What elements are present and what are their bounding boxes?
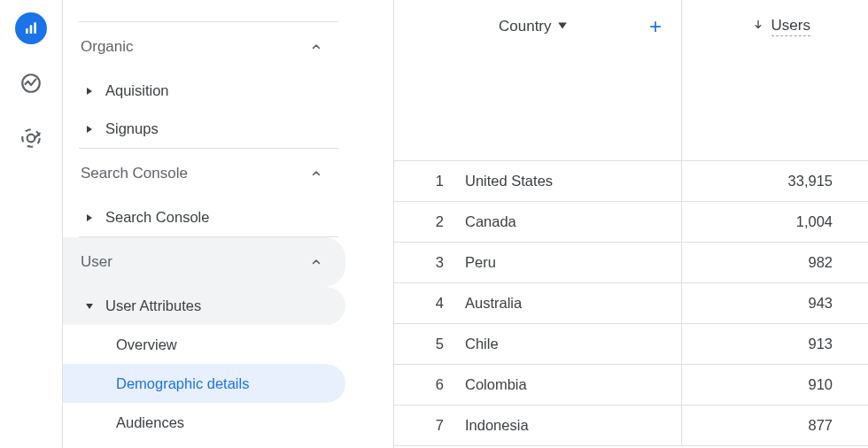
sidebar-subitem-label: Demographic details <box>116 375 249 392</box>
table-row[interactable]: 1United States33,915 <box>394 161 868 202</box>
header-spacer <box>394 53 868 161</box>
content-gap <box>345 0 394 448</box>
row-country: Chile <box>465 324 682 364</box>
row-country: Peru <box>465 243 682 282</box>
table-row[interactable]: 2Canada1,004 <box>394 202 868 243</box>
sidebar-group-user[interactable]: User <box>63 237 345 287</box>
row-users: 982 <box>682 254 868 271</box>
dimension-column-header: Country + <box>394 0 682 53</box>
main-content: Country + Users 1United States33,9152Can… <box>394 0 868 448</box>
sidebar-group-label: Search Console <box>81 165 188 182</box>
sidebar-item-label: Search Console <box>105 209 209 226</box>
nav-rail <box>0 0 62 448</box>
sidebar-subitem-audiences[interactable]: Audiences <box>63 403 345 442</box>
triangle-right-icon <box>82 87 97 96</box>
svg-point-4 <box>27 135 35 143</box>
svg-point-5 <box>22 129 40 147</box>
sidebar-item-signups[interactable]: Signups <box>63 110 345 148</box>
row-country: Indonesia <box>465 406 682 445</box>
sidebar-subitem-demographic-details[interactable]: Demographic details <box>63 364 345 403</box>
table-row[interactable]: 3Peru982 <box>394 243 868 283</box>
table-row[interactable]: 4Australia943 <box>394 283 868 324</box>
svg-rect-1 <box>29 25 32 34</box>
sidebar-item-label: Aquisition <box>105 82 169 99</box>
sidebar-group-organic[interactable]: Organic <box>63 22 345 72</box>
table-row[interactable]: 5Chile913 <box>394 324 868 365</box>
table-row[interactable]: 6Colombia910 <box>394 365 868 406</box>
row-index: 6 <box>394 376 465 393</box>
add-dimension-button[interactable]: + <box>649 16 662 37</box>
sidebar-item-acquisition[interactable]: Aquisition <box>63 72 345 110</box>
sort-down-icon <box>752 19 764 35</box>
row-users: 33,915 <box>682 173 868 189</box>
chevron-up-icon <box>308 254 324 270</box>
chevron-up-icon <box>308 39 324 55</box>
chevron-up-icon <box>308 166 324 182</box>
row-index: 1 <box>394 173 465 189</box>
table-body: 1United States33,9152Canada1,0043Peru982… <box>394 161 868 446</box>
sidebar-item-search-console[interactable]: Search Console <box>63 198 345 236</box>
sidebar: Organic Aquisition Signups Search Consol… <box>62 0 345 448</box>
sidebar-group-search-console[interactable]: Search Console <box>63 149 345 198</box>
metric-column-header[interactable]: Users <box>682 17 868 36</box>
sidebar-item-label: Signups <box>105 120 159 137</box>
dimension-label: Country <box>499 18 552 35</box>
row-country: Australia <box>465 283 682 323</box>
triangle-right-icon <box>82 125 97 134</box>
sidebar-subitem-label: Overview <box>116 336 177 353</box>
row-users: 910 <box>682 376 868 393</box>
sidebar-subitem-label: Audiences <box>116 414 184 431</box>
sidebar-subitem-overview[interactable]: Overview <box>63 325 345 364</box>
row-index: 2 <box>394 213 465 230</box>
dimension-picker[interactable]: Country <box>499 18 568 35</box>
sidebar-group-label: Organic <box>81 38 134 56</box>
row-country: Canada <box>465 202 682 242</box>
table-header: Country + Users <box>394 0 868 53</box>
sidebar-item-label: User Attributes <box>105 297 201 314</box>
svg-rect-0 <box>26 28 28 34</box>
row-users: 1,004 <box>682 213 868 230</box>
row-index: 5 <box>394 336 465 352</box>
row-index: 3 <box>394 254 465 271</box>
row-country: United States <box>465 161 682 201</box>
svg-rect-2 <box>34 22 36 34</box>
row-users: 913 <box>682 336 868 352</box>
explore-icon[interactable] <box>15 122 47 154</box>
row-index: 4 <box>394 295 465 312</box>
realtime-icon[interactable] <box>15 67 47 99</box>
triangle-right-icon <box>82 213 97 222</box>
reports-icon[interactable] <box>15 12 47 44</box>
row-index: 7 <box>394 417 465 434</box>
metric-label: Users <box>771 17 810 36</box>
sidebar-item-user-attributes[interactable]: User Attributes <box>63 287 345 325</box>
triangle-down-icon <box>82 302 97 311</box>
row-users: 877 <box>682 417 868 434</box>
row-country: Colombia <box>465 365 682 405</box>
row-users: 943 <box>682 295 868 312</box>
sidebar-group-label: User <box>81 253 112 271</box>
caret-down-icon <box>557 18 568 35</box>
table-row[interactable]: 7Indonesia877 <box>394 406 868 446</box>
